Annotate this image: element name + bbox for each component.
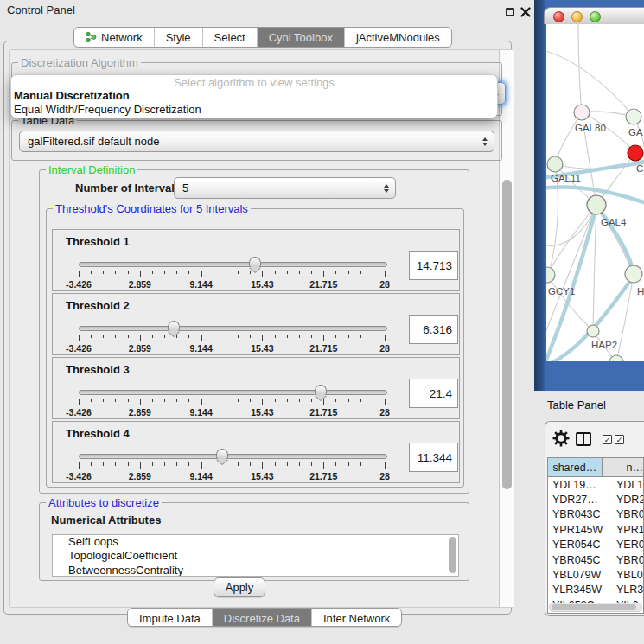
tab-cyni-toolbox[interactable]: Cyni Toolbox <box>258 28 345 47</box>
network-node-GAL4[interactable] <box>587 195 606 214</box>
mode-tab-impute-data[interactable]: Impute Data <box>128 609 213 627</box>
float-window-icon[interactable] <box>506 8 514 16</box>
slider-tick-label: 9.144 <box>189 471 212 481</box>
slider-tick-label: -3.426 <box>66 407 92 418</box>
threshold-slider-track[interactable] <box>79 262 387 267</box>
threshold-slider-track[interactable] <box>79 454 387 459</box>
slider-tick <box>140 399 141 405</box>
attribute-list-item[interactable]: BetweennessCentrality <box>53 564 458 577</box>
table-row[interactable]: YDL19…YDL1… <box>548 477 643 492</box>
threshold-slider-thumb[interactable] <box>168 321 180 331</box>
threshold-value-field[interactable]: 11.344 <box>409 443 458 472</box>
split-columns-icon[interactable] <box>576 432 591 446</box>
table-row[interactable]: YBR043CYBR0… <box>548 507 643 522</box>
tab-select[interactable]: Select <box>203 28 258 47</box>
zoom-traffic-light-icon[interactable] <box>590 11 601 22</box>
number-of-intervals-combo[interactable]: 5 <box>174 177 396 199</box>
network-node-red-node[interactable] <box>628 145 643 161</box>
table-header-name[interactable]: n… <box>603 458 643 476</box>
table-row[interactable]: YDR27…YDR2… <box>548 492 643 507</box>
table-cell-name[interactable]: YBL0… <box>612 567 643 582</box>
algorithm-option-manual[interactable]: Manual Discretization <box>14 89 130 102</box>
table-cell-name[interactable]: YDL1… <box>612 477 643 492</box>
checkbox-icon[interactable]: ✓ <box>603 435 612 444</box>
attribute-list-item[interactable]: TopologicalCoefficient <box>53 549 458 563</box>
slider-tick-label: 9.144 <box>189 407 212 418</box>
table-cell-name[interactable]: YBR0… <box>612 507 643 522</box>
table-row[interactable]: YBL079WYBL0… <box>548 567 643 582</box>
table-cell-name[interactable]: YER0… <box>612 538 643 552</box>
slider-tick <box>152 399 153 402</box>
table-row[interactable]: YPR145WYPR1… <box>548 522 643 537</box>
table-cell-shared-name[interactable]: YBR045C <box>548 552 612 567</box>
table-cell-name[interactable]: YPR1… <box>612 522 643 537</box>
threshold-slider-thumb[interactable] <box>315 385 327 395</box>
threshold-slider-track[interactable] <box>79 390 387 395</box>
slider-tick-label: 21.715 <box>309 471 337 481</box>
threshold-label: Threshold 3 <box>66 363 130 376</box>
threshold-value-field[interactable]: 6.316 <box>409 315 458 344</box>
network-node-GCY1[interactable] <box>546 267 555 283</box>
slider-tick <box>91 335 92 338</box>
threshold-value-field[interactable]: 14.713 <box>409 251 458 280</box>
apply-button[interactable]: Apply <box>214 577 265 597</box>
tab-jactivemnodules[interactable]: jActiveMNodules <box>345 28 451 47</box>
table-data-combo[interactable]: galFiltered.sif default node <box>19 131 494 152</box>
network-node-GAL80[interactable] <box>574 105 590 120</box>
network-node-HAP2[interactable] <box>587 325 599 337</box>
main-scrollbar-thumb[interactable] <box>502 180 512 489</box>
table-row[interactable]: YBR045CYBR0… <box>548 552 643 567</box>
attribute-list-item[interactable]: SelfLoops <box>53 535 458 549</box>
table-hscrollbar[interactable] <box>549 603 642 612</box>
table-cell-shared-name[interactable]: YDR27… <box>548 492 612 507</box>
cyni-mode-tabs: Impute DataDiscretize DataInfer Network <box>127 608 402 627</box>
minimize-traffic-light-icon[interactable] <box>571 11 583 22</box>
slider-tick <box>287 399 288 402</box>
gear-icon[interactable] <box>552 430 570 447</box>
network-window-titlebar[interactable] <box>544 7 644 24</box>
threshold-slider-thumb[interactable] <box>249 257 261 267</box>
table-cell-shared-name[interactable]: YBR043C <box>548 507 612 522</box>
network-node-node-H[interactable] <box>625 265 642 283</box>
network-canvas[interactable]: GAL80GACGAL11GAL4GCY1HHAP2 <box>546 24 644 361</box>
tab-network[interactable]: Network <box>74 28 155 47</box>
close-icon[interactable] <box>520 7 531 17</box>
slider-tick <box>226 335 226 338</box>
slider-tick <box>335 335 336 338</box>
slider-tick <box>262 399 263 405</box>
tab-label: Select <box>214 31 245 44</box>
slider-tick-label: 21.715 <box>309 279 337 290</box>
mode-tab-discretize-data[interactable]: Discretize Data <box>213 609 312 627</box>
tab-style[interactable]: Style <box>155 28 203 47</box>
slider-tick <box>373 462 373 466</box>
table-row[interactable]: YLR345WYLR3… <box>548 583 643 597</box>
threshold-value-field[interactable]: 21.4 <box>409 379 458 408</box>
network-node-node-GA[interactable] <box>626 109 641 124</box>
slider-tick <box>164 462 165 466</box>
threshold-slider-thumb[interactable] <box>216 449 228 459</box>
table-cell-name[interactable]: YBR0… <box>612 552 643 567</box>
table-cell-name[interactable]: YLR3… <box>612 583 643 597</box>
table-cell-shared-name[interactable]: YER054C <box>548 538 612 552</box>
threshold-slider-track[interactable] <box>79 326 387 331</box>
table-rows: YDL19…YDL1…YDR27…YDR2…YBR043CYBR0…YPR145… <box>548 477 643 613</box>
tab-label: Impute Data <box>139 612 201 625</box>
table-header-shared-name[interactable]: shared… <box>548 458 603 476</box>
numerical-attributes-list[interactable]: SelfLoopsTopologicalCoefficientBetweenne… <box>52 534 459 577</box>
slider-tick <box>128 399 129 402</box>
table-row[interactable]: YER054CYER0… <box>548 538 643 552</box>
slider-tick <box>250 462 251 466</box>
checkbox-icon[interactable]: ✓ <box>615 435 624 444</box>
network-node-GAL11[interactable] <box>547 156 563 172</box>
slider-tick <box>128 462 129 466</box>
table-hscrollbar-thumb[interactable] <box>552 604 636 610</box>
algorithm-option-equal-width[interactable]: Equal Width/Frequency Discretization <box>14 103 201 116</box>
close-traffic-light-icon[interactable] <box>553 11 564 22</box>
table-cell-shared-name[interactable]: YPR145W <box>548 522 612 537</box>
table-cell-shared-name[interactable]: YBL079W <box>548 567 612 582</box>
table-cell-shared-name[interactable]: YLR345W <box>548 583 612 597</box>
attributes-scrollbar-thumb[interactable] <box>449 537 456 573</box>
table-cell-shared-name[interactable]: YDL19… <box>548 477 612 492</box>
mode-tab-infer-network[interactable]: Infer Network <box>312 609 401 627</box>
table-cell-name[interactable]: YDR2… <box>612 492 643 507</box>
